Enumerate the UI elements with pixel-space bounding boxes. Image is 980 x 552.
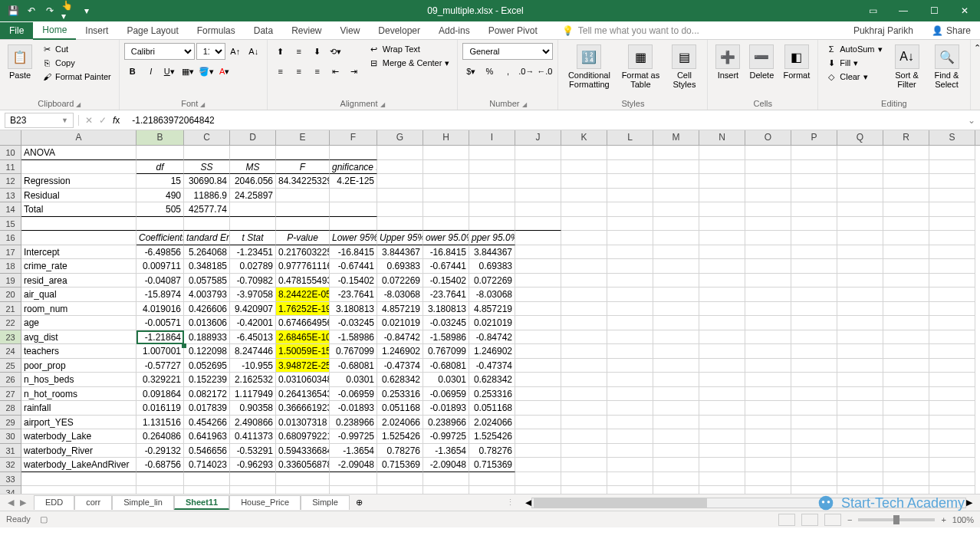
- cell-S19[interactable]: [929, 274, 975, 288]
- cell-N16[interactable]: [699, 231, 745, 245]
- cell-A19[interactable]: resid_area: [21, 274, 136, 288]
- page-layout-view-icon[interactable]: [801, 514, 818, 526]
- cell-J11[interactable]: [515, 160, 561, 175]
- sort-filter-button[interactable]: A↓Sort & Filter: [889, 43, 926, 90]
- cell-E30[interactable]: 0.680979221: [276, 429, 330, 444]
- cell-H12[interactable]: [423, 174, 469, 189]
- cell-C28[interactable]: 0.017839: [184, 401, 230, 416]
- cell-M15[interactable]: [653, 217, 699, 232]
- cell-D25[interactable]: -10.955: [230, 359, 276, 373]
- cell-H28[interactable]: -0.01893: [423, 401, 469, 416]
- cell-D27[interactable]: 1.117949: [230, 387, 276, 402]
- cell-A23[interactable]: avg_dist: [21, 330, 136, 345]
- cell-D32[interactable]: -0.96293: [230, 458, 276, 472]
- zoom-out-icon[interactable]: −: [847, 515, 852, 524]
- cell-D16[interactable]: t Stat: [230, 231, 276, 245]
- row-header-23[interactable]: 23: [0, 330, 21, 345]
- cell-E12[interactable]: 84.34225329: [276, 174, 330, 189]
- cell-J19[interactable]: [515, 274, 561, 288]
- cell-Q26[interactable]: [837, 373, 883, 387]
- cell-C23[interactable]: 0.188933: [184, 330, 230, 345]
- cell-S33[interactable]: [929, 472, 975, 487]
- cell-L23[interactable]: [607, 330, 653, 345]
- cell-K12[interactable]: [561, 174, 607, 189]
- cell-F13[interactable]: [330, 189, 377, 203]
- cell-N13[interactable]: [699, 189, 745, 203]
- cell-Q18[interactable]: [837, 259, 883, 274]
- cell-S22[interactable]: [929, 316, 975, 330]
- cell-D22[interactable]: -0.42001: [230, 316, 276, 330]
- cell-N20[interactable]: [699, 288, 745, 302]
- cell-S23[interactable]: [929, 330, 975, 345]
- cell-A21[interactable]: room_num: [21, 302, 136, 317]
- cell-I29[interactable]: 2.024066: [469, 416, 515, 430]
- cell-B15[interactable]: [136, 217, 184, 232]
- cell-S17[interactable]: [929, 245, 975, 260]
- row-header-10[interactable]: 10: [0, 146, 21, 160]
- cell-Q31[interactable]: [837, 444, 883, 458]
- sheet-tab-simple_lin[interactable]: Simple_lin: [112, 495, 174, 510]
- cell-J17[interactable]: [515, 245, 561, 260]
- cell-S12[interactable]: [929, 174, 975, 189]
- tab-insert[interactable]: Insert: [76, 22, 117, 39]
- increase-font-icon[interactable]: A↑: [227, 43, 244, 60]
- cell-D21[interactable]: 9.420907: [230, 302, 276, 317]
- cell-H34[interactable]: [423, 486, 469, 494]
- cell-A33[interactable]: [21, 472, 136, 487]
- cell-H33[interactable]: [423, 472, 469, 487]
- cell-R11[interactable]: [883, 160, 929, 175]
- cell-S16[interactable]: [929, 231, 975, 245]
- font-family-select[interactable]: Calibri: [124, 43, 195, 60]
- cell-G26[interactable]: 0.628342: [377, 373, 423, 387]
- cell-E29[interactable]: 0.01307318: [276, 416, 330, 430]
- cell-A34[interactable]: [21, 486, 136, 494]
- cell-P23[interactable]: [791, 330, 837, 345]
- cell-M28[interactable]: [653, 401, 699, 416]
- cell-Q21[interactable]: [837, 302, 883, 317]
- cell-I17[interactable]: 3.844367: [469, 245, 515, 260]
- cell-R19[interactable]: [883, 274, 929, 288]
- cell-O21[interactable]: [745, 302, 791, 317]
- fill-button[interactable]: ⬇Fill ▾: [823, 57, 885, 69]
- cell-H32[interactable]: -2.09048: [423, 458, 469, 472]
- cell-S24[interactable]: [929, 344, 975, 359]
- cell-E34[interactable]: [276, 486, 330, 494]
- cell-C34[interactable]: [184, 486, 230, 494]
- cell-K23[interactable]: [561, 330, 607, 345]
- cell-B19[interactable]: -0.04087: [136, 274, 184, 288]
- col-header-P[interactable]: P: [791, 130, 837, 145]
- cell-J30[interactable]: [515, 429, 561, 444]
- cell-M30[interactable]: [653, 429, 699, 444]
- cell-G12[interactable]: [377, 174, 423, 189]
- cell-K27[interactable]: [561, 387, 607, 402]
- increase-indent-icon[interactable]: ⇥: [346, 63, 363, 80]
- align-right-icon[interactable]: ≡: [309, 63, 326, 80]
- cell-G22[interactable]: 0.021019: [377, 316, 423, 330]
- cell-J12[interactable]: [515, 174, 561, 189]
- cell-L18[interactable]: [607, 259, 653, 274]
- cell-M33[interactable]: [653, 472, 699, 487]
- cell-K10[interactable]: [561, 146, 607, 160]
- cell-B13[interactable]: 490: [136, 189, 184, 203]
- cell-H15[interactable]: [423, 217, 469, 232]
- cell-P11[interactable]: [791, 160, 837, 175]
- cell-Q19[interactable]: [837, 274, 883, 288]
- sheet-tab-edd[interactable]: EDD: [34, 495, 74, 510]
- cell-M22[interactable]: [653, 316, 699, 330]
- italic-button[interactable]: I: [143, 63, 159, 80]
- cell-H21[interactable]: 3.180813: [423, 302, 469, 317]
- cell-I28[interactable]: 0.051168: [469, 401, 515, 416]
- cell-I32[interactable]: 0.715369: [469, 458, 515, 472]
- cell-S14[interactable]: [929, 202, 975, 217]
- row-header-24[interactable]: 24: [0, 344, 21, 359]
- cell-J13[interactable]: [515, 189, 561, 203]
- cell-E27[interactable]: 0.264136543: [276, 387, 330, 402]
- row-header-21[interactable]: 21: [0, 302, 21, 317]
- cell-K20[interactable]: [561, 288, 607, 302]
- cell-S21[interactable]: [929, 302, 975, 317]
- row-header-32[interactable]: 32: [0, 458, 21, 472]
- cell-D31[interactable]: -0.53291: [230, 444, 276, 458]
- cell-M13[interactable]: [653, 189, 699, 203]
- cell-A26[interactable]: n_hos_beds: [21, 373, 136, 387]
- cell-G34[interactable]: [377, 486, 423, 494]
